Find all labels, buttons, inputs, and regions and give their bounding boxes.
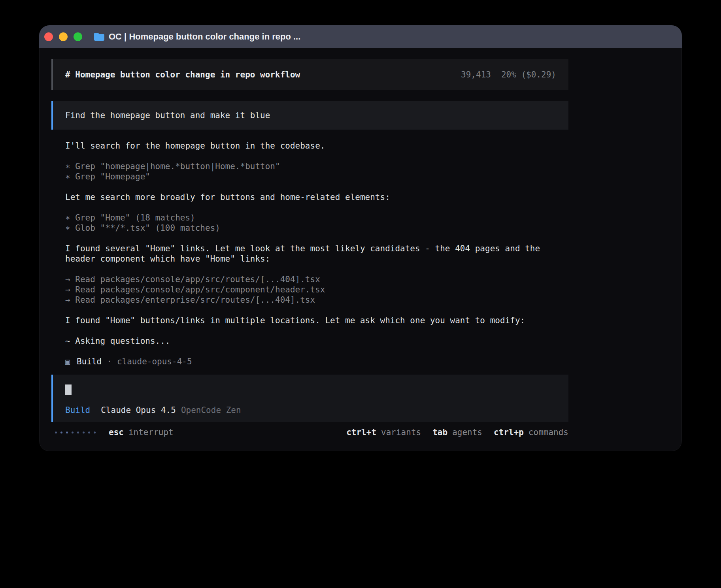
shortcut-commands: ctrl+p commands — [494, 428, 568, 437]
agent-info-line: ▣ Build · claude-opus-4-5 — [65, 356, 568, 367]
minimize-button[interactable] — [59, 32, 68, 41]
variants-label: variants — [381, 428, 421, 437]
session-stats: 39,413 20% ($0.29) — [461, 70, 556, 79]
session-title: # Homepage button color change in repo w… — [65, 70, 300, 79]
token-count: 39,413 — [461, 70, 491, 79]
glob-tool-line: ∗ Glob "**/*.tsx" (100 matches) — [65, 223, 568, 233]
mode-label: Build — [65, 405, 90, 415]
close-button[interactable] — [44, 32, 53, 41]
agent-separator: · — [107, 356, 112, 367]
commands-label: commands — [528, 428, 568, 437]
spinner-icon — [55, 432, 96, 433]
tab-key: tab — [432, 428, 447, 437]
assistant-paragraph: Let me search more broadly for buttons a… — [65, 192, 568, 202]
ctrl-t-key: ctrl+t — [346, 428, 376, 437]
status-bar: esc interrupt ctrl+t variants tab agents… — [51, 428, 568, 437]
provider-label: OpenCode Zen — [181, 405, 241, 415]
agent-name: Build — [77, 356, 102, 367]
grep-tool-line: ∗ Grep "homepage|home.*button|Home.*butt… — [65, 161, 568, 172]
read-tool-line: → Read packages/console/app/src/componen… — [65, 285, 568, 295]
user-message-text: Find the homepage button and make it blu… — [65, 111, 270, 120]
status-bar-left: esc interrupt — [55, 428, 174, 437]
interrupt-label: interrupt — [128, 428, 174, 437]
model-label: Claude Opus 4.5 — [101, 405, 176, 415]
assistant-paragraph: I found "Home" buttons/links in multiple… — [65, 315, 568, 326]
esc-key: esc — [109, 428, 124, 437]
prompt-status-line: Build Claude Opus 4.5 OpenCode Zen — [65, 405, 556, 415]
shortcut-agents: tab agents — [432, 428, 482, 437]
read-tool-line: → Read packages/enterprise/src/routes/[.… — [65, 295, 568, 305]
prompt-input[interactable]: Build Claude Opus 4.5 OpenCode Zen — [51, 375, 568, 422]
read-tool-line: → Read packages/console/app/src/routes/[… — [65, 274, 568, 285]
folder-icon — [94, 32, 104, 41]
session-header: # Homepage button color change in repo w… — [51, 59, 568, 90]
text-cursor — [65, 384, 72, 395]
traffic-lights — [44, 32, 82, 41]
agent-icon: ▣ — [65, 356, 70, 367]
terminal-content: # Homepage button color change in repo w… — [39, 48, 682, 437]
conversation: I'll search for the homepage button in t… — [51, 130, 568, 367]
agents-label: agents — [452, 428, 482, 437]
assistant-paragraph: I found several "Home" links. Let me loo… — [65, 243, 568, 264]
assistant-paragraph: I'll search for the homepage button in t… — [65, 141, 568, 151]
titlebar[interactable]: OC | Homepage button color change in rep… — [39, 25, 682, 48]
window-title: OC | Homepage button color change in rep… — [109, 32, 300, 42]
grep-tool-line: ∗ Grep "Home" (18 matches) — [65, 213, 568, 223]
status-line: ~ Asking questions... — [65, 336, 568, 346]
terminal-window: OC | Homepage button color change in rep… — [39, 25, 682, 451]
window-title-group: OC | Homepage button color change in rep… — [94, 32, 300, 42]
ctrl-p-key: ctrl+p — [494, 428, 524, 437]
zoom-button[interactable] — [74, 32, 82, 41]
agent-model: claude-opus-4-5 — [117, 356, 192, 367]
grep-tool-line: ∗ Grep "Homepage" — [65, 172, 568, 182]
context-usage: 20% ($0.29) — [501, 70, 556, 79]
user-message-block: Find the homepage button and make it blu… — [51, 101, 568, 130]
status-bar-right: ctrl+t variants tab agents ctrl+p comman… — [346, 428, 568, 437]
shortcut-variants: ctrl+t variants — [346, 428, 421, 437]
